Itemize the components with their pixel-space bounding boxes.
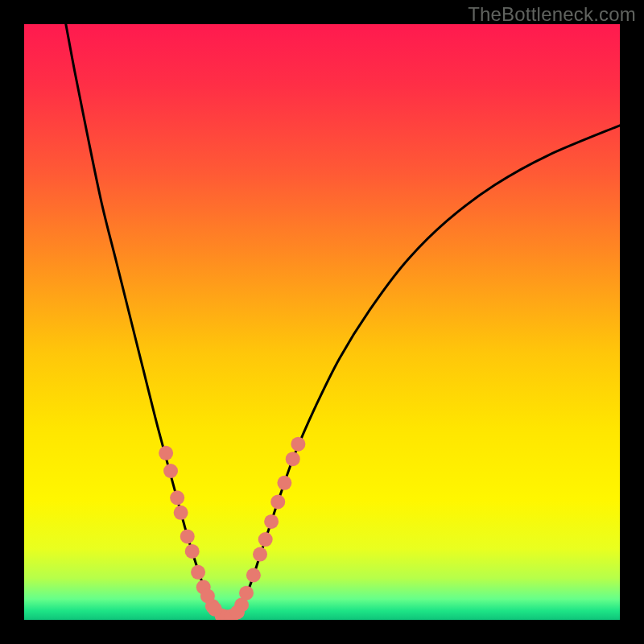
marker-dot [180, 529, 195, 543]
marker-dot [277, 476, 291, 490]
marker-dot [270, 494, 285, 509]
marker-dot [170, 490, 184, 505]
gradient-background [24, 24, 620, 620]
marker-dot [291, 437, 305, 452]
marker-dot [230, 605, 245, 619]
marker-dot [185, 544, 200, 559]
marker-dot [159, 446, 173, 460]
marker-dot [258, 532, 273, 547]
chart-area [24, 24, 620, 620]
marker-dot [253, 547, 267, 562]
marker-dot [239, 586, 254, 601]
watermark-text: TheBottleneck.com [468, 3, 636, 26]
marker-dot [174, 506, 188, 520]
marker-dot [264, 514, 279, 529]
marker-dot [246, 568, 261, 583]
chart-svg [24, 24, 620, 620]
marker-dot [163, 464, 178, 478]
marker-dot [286, 452, 300, 466]
marker-dot [191, 565, 205, 580]
